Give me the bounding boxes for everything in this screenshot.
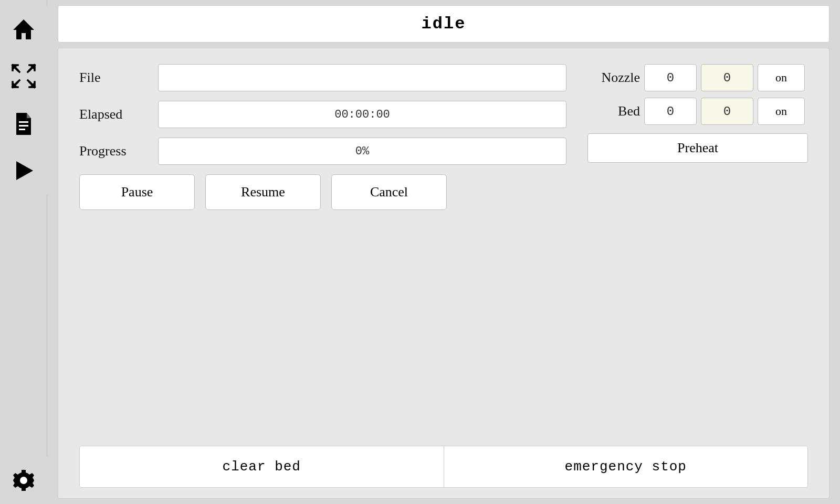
svg-point-13 [20, 477, 27, 484]
bed-target[interactable]: 0 [701, 98, 753, 125]
bed-on-button[interactable]: on [758, 98, 805, 125]
bed-current: 0 [644, 98, 697, 125]
left-fields: File Elapsed Progress Pause Resume Cance… [79, 64, 566, 210]
file-icon [11, 111, 36, 136]
svg-marker-12 [16, 161, 33, 180]
pause-button[interactable]: Pause [79, 174, 195, 210]
sidebar-item-home[interactable] [0, 5, 47, 52]
file-input[interactable] [158, 64, 566, 91]
expand-icon [11, 64, 36, 89]
resume-button[interactable]: Resume [205, 174, 321, 210]
progress-input [158, 138, 566, 165]
progress-row: Progress [79, 138, 566, 165]
elapsed-label: Elapsed [79, 107, 148, 122]
sidebar-item-expand[interactable] [0, 52, 47, 100]
preheat-button[interactable]: Preheat [587, 133, 808, 163]
right-controls: Nozzle 0 0 on Bed 0 0 on Preheat [587, 64, 808, 163]
svg-rect-11 [19, 129, 25, 130]
sidebar-item-settings[interactable] [0, 457, 47, 504]
bottom-buttons: clear bed emergency stop [79, 446, 808, 488]
gear-icon [11, 468, 36, 493]
top-section: File Elapsed Progress Pause Resume Cance… [79, 64, 808, 210]
emergency-stop-button[interactable]: emergency stop [444, 446, 808, 487]
sidebar-item-play[interactable] [0, 147, 47, 194]
cancel-button[interactable]: Cancel [331, 174, 447, 210]
status-title: idle [422, 14, 466, 34]
progress-label: Progress [79, 143, 148, 159]
home-icon [11, 16, 36, 41]
title-bar: idle [58, 5, 830, 43]
sidebar-item-file[interactable] [0, 100, 47, 147]
sidebar [0, 0, 47, 504]
main-content: idle File Elapsed Progress [47, 0, 840, 504]
svg-rect-9 [19, 121, 28, 123]
svg-rect-10 [19, 125, 28, 127]
elapsed-row: Elapsed [79, 101, 566, 128]
nozzle-row: Nozzle 0 0 on [587, 64, 808, 91]
nozzle-target[interactable]: 0 [701, 64, 753, 91]
bed-label: Bed [587, 103, 640, 119]
svg-marker-0 [13, 19, 34, 39]
nozzle-on-button[interactable]: on [758, 64, 805, 91]
action-buttons: Pause Resume Cancel [79, 174, 566, 210]
file-label: File [79, 70, 148, 86]
content-area: File Elapsed Progress Pause Resume Cance… [58, 48, 830, 499]
nozzle-current: 0 [644, 64, 697, 91]
bed-row: Bed 0 0 on [587, 98, 808, 125]
nozzle-label: Nozzle [587, 70, 640, 86]
play-icon [11, 158, 36, 183]
clear-bed-button[interactable]: clear bed [80, 446, 444, 487]
elapsed-input [158, 101, 566, 128]
file-row: File [79, 64, 566, 91]
middle-area [79, 220, 808, 435]
